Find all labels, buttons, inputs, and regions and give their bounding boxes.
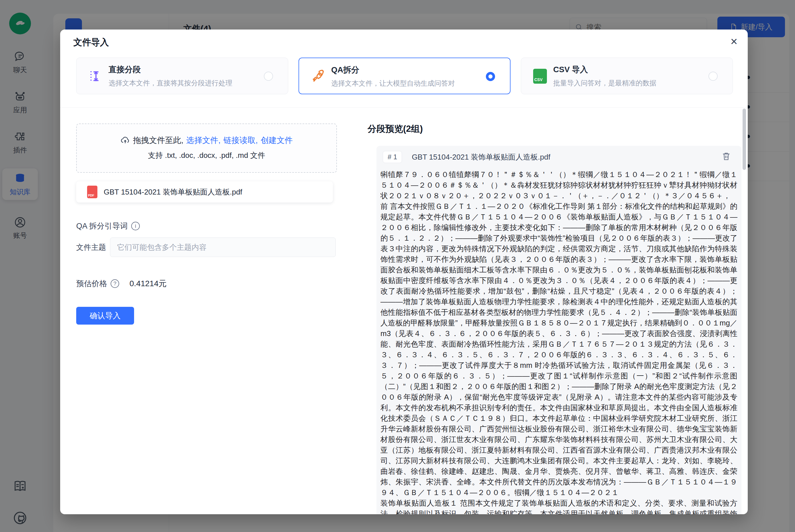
confirm-import-button[interactable]: 确认导入 — [76, 307, 134, 325]
import-mode-options: 直接分段 选择文本文件，直接将其按分段进行处理 QA拆分 选择文本文件，让大模型… — [76, 58, 733, 94]
segment-index-badge: # 1 — [383, 151, 402, 163]
delete-icon[interactable] — [721, 152, 731, 161]
upload-cloud-icon — [120, 135, 130, 145]
segment-icon — [89, 69, 103, 84]
close-icon[interactable]: × — [726, 34, 742, 50]
price-value: 0.41214元 — [130, 278, 167, 289]
supported-formats-text: 支持 .txt, .doc, .docx, .pdf, .md 文件 — [77, 150, 336, 160]
mode-qa-split[interactable]: QA拆分 选择文本文件，让大模型自动生成问答对 — [299, 58, 511, 94]
mode-desc: 选择文本文件，直接将其按分段进行处理 — [109, 78, 288, 88]
qa-prompt-label: QA 拆分引导词 — [76, 221, 128, 231]
mode-desc: 选择文本文件，让大模型自动生成问答对 — [331, 79, 510, 88]
segment-filename: GBT 15104-2021 装饰单板贴面人造板.pdf — [412, 152, 550, 162]
mode-title: 直接分段 — [109, 64, 288, 75]
modal-title: 文件导入 — [73, 36, 109, 49]
mode-direct-split[interactable]: 直接分段 选择文本文件，直接将其按分段进行处理 — [76, 58, 288, 94]
csv-file-icon: CSV — [533, 69, 548, 84]
pdf-label: PDF — [88, 194, 94, 197]
file-dropzone[interactable]: 拖拽文件至此, 选择文件, 链接读取, 创建文件 支持 .txt, .doc, … — [76, 124, 337, 173]
rocket-icon — [311, 69, 326, 84]
segment-content-text: 犐犆犛７９．０６０犆犆犛犅７０！＂＃＄％＆＇＇（）＊犌犅／犜１５１０４—２０２１… — [380, 169, 737, 514]
uploaded-file-item[interactable]: PDF GBT 15104-2021 装饰单板贴面人造板.pdf — [76, 181, 333, 203]
mode-desc: 批量导入问答对，是最精准的数据 — [553, 78, 733, 88]
screen: 聊天 应用 插件 知识库 账号 文件(4) — [0, 0, 795, 532]
help-icon[interactable]: ? — [111, 279, 119, 288]
create-file-link[interactable]: 创建文件 — [261, 135, 293, 146]
select-file-link[interactable]: 选择文件, — [186, 135, 221, 146]
mode-title: QA拆分 — [331, 64, 510, 75]
file-import-modal: 文件导入 × 直接分段 选择文本文件，直接将其按分段进行处理 QA拆分 选择文本… — [60, 30, 748, 514]
radio-unselected-icon[interactable] — [264, 72, 273, 81]
csv-label: CSV — [534, 77, 543, 82]
pdf-file-icon: PDF — [87, 186, 97, 198]
info-icon[interactable]: i — [131, 222, 140, 230]
mode-csv-import[interactable]: CSV CSV 导入 批量导入问答对，是最精准的数据 — [521, 58, 733, 94]
uploaded-file-name: GBT 15104-2021 装饰单板贴面人造板.pdf — [104, 187, 242, 197]
price-label: 预估价格 — [76, 279, 107, 289]
topic-label: 文件主题 — [76, 242, 110, 252]
modal-scrollbar[interactable] — [742, 109, 746, 170]
link-read-link[interactable]: 链接读取, — [224, 135, 258, 146]
radio-selected-icon[interactable] — [486, 72, 495, 81]
segment-preview-title: 分段预览(2组) — [367, 123, 423, 135]
radio-unselected-icon[interactable] — [708, 72, 718, 81]
topic-input[interactable] — [110, 238, 336, 257]
mode-title: CSV 导入 — [553, 64, 733, 75]
segment-card: # 1 GBT 15104-2021 装饰单板贴面人造板.pdf 犐犆犛７９．０… — [376, 146, 741, 514]
dropzone-text: 拖拽文件至此, — [133, 135, 183, 146]
